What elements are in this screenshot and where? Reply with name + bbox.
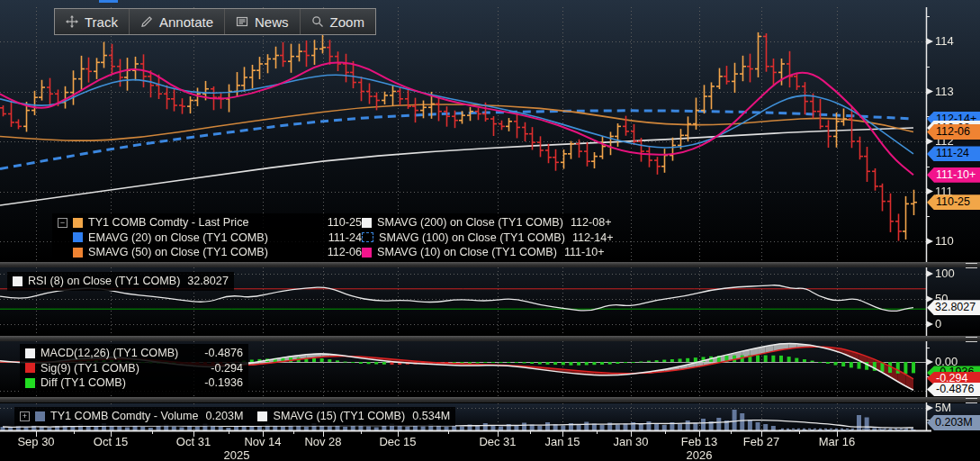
price-axis-tag: 112-06 [927,124,980,140]
x-axis-tick-label: Oct 31 [162,435,225,448]
sig-swatch [25,363,35,373]
legend-value: 112-08+ [571,215,612,230]
x-axis-year-label: 2026 [668,448,731,461]
legend-label: EMAVG (20) on Close (TY1 COMB) [88,230,308,246]
legend-value: -0.294 [189,361,243,376]
rsi-axis-label: 100 [935,267,955,280]
x-axis-tick-label: Feb 13 [668,435,731,448]
rsi-legend-label: RSI (8) on Close (TY1 COMB) [28,274,180,289]
separator-drag-handle[interactable] [966,398,977,403]
track-crosshair-icon [66,15,78,28]
smavg100-swatch [362,232,373,242]
macd-swatch [25,348,35,358]
news-button[interactable]: News [225,9,301,34]
macd-value-tag: -0.4876 [927,383,980,396]
x-axis-tick-label: Jan 15 [531,435,594,448]
price-legend: − TY1 COMB Comdty - Last Price 110-25 SM… [52,213,589,262]
x-axis-tick-label: Mar 16 [805,435,868,448]
news-button-label: News [255,14,289,30]
separator-drag-handle[interactable] [966,337,977,342]
legend-label: Diff (TY1 COMB) [40,375,189,391]
news-icon [236,15,248,28]
diff-swatch [25,378,35,388]
collapse-icon[interactable]: − [58,218,67,228]
x-axis-year-label: 2025 [205,448,268,461]
legend-value: 0.203M [205,409,243,424]
legend-smavg100[interactable]: SMAVG (100) on Close (TY1 COMB) 112-14+ [362,230,614,246]
panel-separator[interactable] [0,262,980,267]
legend-label: TY1 COMB Comdty - Last Price [88,215,308,230]
volume-value-tag: 0.203M [927,415,980,430]
legend-label: MACD(12,26) (TY1 COMB) [40,346,189,361]
separator-drag-handle[interactable] [966,263,977,268]
legend-label: TY1 COMB Comdty - Volume [50,409,198,424]
panel-separator[interactable] [0,397,980,402]
legend-value: -0.1936 [189,375,243,391]
legend-smavg50[interactable]: − SMAVG (50) on Close (TY1 COMB) 112-06 [58,245,362,260]
rsi-legend[interactable]: RSI (8) on Close (TY1 COMB) 32.8027 [7,272,234,291]
legend-label: SMAVG (100) on Close (TY1 COMB) [379,230,565,246]
pencil-icon [140,15,153,28]
price-axis-label: 114 [935,34,954,48]
bloomberg-chart-window: Track Annotate News Zoom − TY1 COMB Comd… [0,0,980,461]
smavg200-swatch [362,218,372,228]
chart-toolbar: Track Annotate News Zoom [54,8,376,35]
last-price-swatch [73,218,83,228]
legend-last-price[interactable]: − TY1 COMB Comdty - Last Price 110-25 [58,215,362,230]
legend-value: 112-14+ [572,230,614,246]
legend-value: -0.4876 [189,346,243,361]
rsi-value-tag: 32.8027 [927,300,980,315]
price-axis-tag: 110-25 [927,194,980,210]
legend-value: 111-10+ [564,245,605,260]
legend-sig-line[interactable]: Sig(9) (TY1 COMB) -0.294 [25,361,243,376]
volume-axis-label: 5M [935,401,951,414]
x-axis-tick-label: Jan 30 [599,435,662,448]
track-button-label: Track [85,14,118,30]
zoom-button[interactable]: Zoom [301,9,375,34]
annotate-button-label: Annotate [159,14,213,30]
legend-smavg10[interactable]: SMAVG (10) on Close (TY1 COMB) 111-10+ [362,245,614,260]
price-axis-label: 113 [935,85,954,98]
x-axis-tick-label: Sep 30 [4,435,67,448]
zoom-button-label: Zoom [330,14,364,30]
volume-swatch [35,411,45,421]
volume-legend: + TY1 COMB Comdty - Volume 0.203M SMAVG … [14,407,455,426]
x-axis-tick-label: Nov 28 [292,435,355,448]
legend-label: SMAVG (50) on Close (TY1 COMB) [88,245,308,260]
legend-value: 110-25 [315,215,362,230]
legend-label: Sig(9) (TY1 COMB) [40,361,189,376]
smavg10-swatch [362,248,372,258]
rsi-axis-label: 0 [935,317,941,330]
legend-label: SMAVG (15) (TY1 COMB) [273,409,405,424]
legend-value: 112-06 [315,245,362,260]
panel-separator[interactable] [0,336,980,341]
x-axis-tick-label: Nov 14 [231,435,294,448]
price-axis-tag: 111-10+ [927,167,980,183]
magnifier-icon [311,15,324,28]
x-axis-tick-label: Feb 27 [730,435,793,448]
legend-value: 0.534M [412,409,450,424]
expand-icon[interactable]: + [20,411,30,421]
annotate-button[interactable]: Annotate [130,9,225,34]
top-tab-indicator [99,0,118,3]
volume-smavg-swatch [257,411,267,421]
smavg50-swatch [73,248,83,258]
price-axis-tag: 111-24 [927,146,980,161]
track-button[interactable]: Track [55,9,130,34]
legend-diff-hist[interactable]: Diff (TY1 COMB) -0.1936 [25,375,243,391]
emavg20-swatch [73,232,83,242]
legend-label: SMAVG (10) on Close (TY1 COMB) [377,245,557,260]
macd-legend: MACD(12,26) (TY1 COMB) -0.4876 Sig(9) (T… [20,344,248,393]
x-axis-tick-label: Dec 15 [366,435,429,448]
rsi-legend-value: 32.8027 [187,274,229,289]
legend-smavg200[interactable]: SMAVG (200) on Close (TY1 COMB) 112-08+ [362,215,614,230]
legend-macd-line[interactable]: MACD(12,26) (TY1 COMB) -0.4876 [25,346,243,361]
rsi-swatch [13,276,22,286]
legend-label: SMAVG (200) on Close (TY1 COMB) [377,215,563,230]
x-axis-tick-label: Oct 15 [79,435,142,448]
x-axis-tick-label: Dec 31 [466,435,529,448]
price-axis-label: 110 [935,234,954,248]
legend-emavg20[interactable]: − EMAVG (20) on Close (TY1 COMB) 111-24 [58,230,362,246]
legend-value: 111-24 [315,230,362,246]
